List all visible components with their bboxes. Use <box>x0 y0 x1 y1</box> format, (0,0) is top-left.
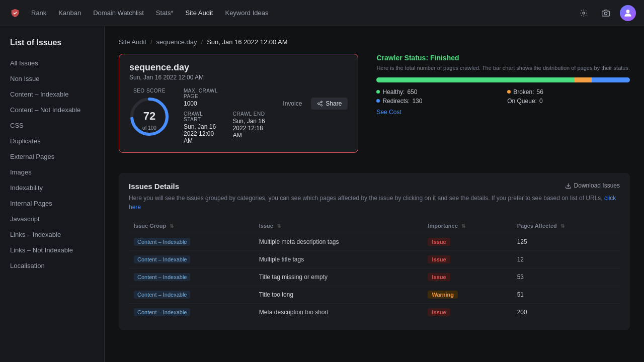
audit-details: MAX. CRAWL PAGE 1000 CRAWL START Sun, Ja… <box>184 88 268 144</box>
sidebar-item-content-indexable[interactable]: Content – Indexable <box>0 86 104 102</box>
nav-keyword-ideas[interactable]: Keyword Ideas <box>224 7 269 19</box>
settings-button[interactable] <box>576 5 592 21</box>
group-badge-0: Content – Indexable <box>134 238 190 246</box>
col-issue: Issue ⇅ <box>254 219 423 233</box>
issues-header: Issues Details Download Issues <box>129 182 620 191</box>
crawler-status-section: Crawler Status: Finished Here is the tot… <box>376 54 630 163</box>
importance-badge-0: Issue <box>428 238 450 246</box>
sidebar-item-images[interactable]: Images <box>0 164 104 180</box>
issues-section: Issues Details Download Issues Here you … <box>119 173 630 330</box>
download-label: Download Issues <box>574 182 620 189</box>
cell-group-1: Content – Indexable <box>129 251 254 268</box>
table-row[interactable]: Content – Indexable Meta description too… <box>129 304 620 321</box>
breadcrumb-site-audit[interactable]: Site Audit <box>119 38 146 46</box>
crawler-description: Here is the total number of pages crawle… <box>376 64 630 72</box>
stat-on-queue: On Queue: 0 <box>507 98 630 105</box>
cell-importance-3: Warning <box>423 286 512 304</box>
layout: List of Issues All Issues Non Issue Cont… <box>0 26 644 362</box>
download-issues-button[interactable]: Download Issues <box>565 182 620 189</box>
cell-issue-1: Multiple title tags <box>254 251 423 268</box>
sort-importance-icon[interactable]: ⇅ <box>461 223 465 229</box>
cell-pages-4: 200 <box>512 304 620 321</box>
group-badge-1: Content – Indexable <box>134 255 190 263</box>
breadcrumb-sep1: / <box>150 38 152 46</box>
sidebar-item-duplicates[interactable]: Duplicates <box>0 133 104 149</box>
table-row[interactable]: Content – Indexable Multiple meta descri… <box>129 233 620 251</box>
cell-group-2: Content – Indexable <box>129 268 254 286</box>
sort-issue-icon[interactable]: ⇅ <box>277 223 281 229</box>
score-ring: 72 of 100 <box>129 97 170 137</box>
cell-importance-4: Issue <box>423 304 512 321</box>
breadcrumb-domain[interactable]: sequence.day <box>156 38 197 46</box>
sidebar-item-non-issue[interactable]: Non Issue <box>0 71 104 86</box>
table-row[interactable]: Content – Indexable Title tag missing or… <box>129 268 620 286</box>
healthy-label: Healthy: <box>382 88 405 96</box>
svg-point-6 <box>318 103 319 104</box>
sidebar-item-indexability[interactable]: Indexability <box>0 180 104 196</box>
sidebar-item-links-indexable[interactable]: Links – Indexable <box>0 227 104 242</box>
sidebar-item-content-not-indexable[interactable]: Content – Not Indexable <box>0 102 104 118</box>
sidebar-item-css[interactable]: CSS <box>0 118 104 133</box>
sidebar-item-all-issues[interactable]: All Issues <box>0 55 104 71</box>
issues-description: Here you will see the issues grouped by … <box>129 194 620 212</box>
table-row[interactable]: Content – Indexable Multiple title tags … <box>129 251 620 268</box>
invoice-button[interactable]: Invoice <box>278 98 307 110</box>
crawler-status-value: Finished <box>430 54 459 62</box>
svg-point-7 <box>321 105 323 106</box>
topbar-right <box>576 5 636 21</box>
crawler-stats: Healthy: 650 Broken: 56 Redirects: 130 <box>376 88 630 105</box>
cell-pages-1: 12 <box>512 251 620 268</box>
importance-badge-1: Issue <box>428 255 450 263</box>
col-importance: Importance ⇅ <box>423 219 512 233</box>
sidebar-item-javascript[interactable]: Javascript <box>0 211 104 227</box>
breadcrumb-sep2: / <box>201 38 203 46</box>
redirects-label: Redirects: <box>382 98 410 105</box>
table-header: Issue Group ⇅ Issue ⇅ Importance ⇅ Pag <box>129 219 620 233</box>
sidebar-item-localisation[interactable]: Localisation <box>0 258 104 274</box>
crawl-end-value: Sun, Jan 16 2022 12:18 AM <box>233 118 268 139</box>
crawler-progress-bar <box>376 77 630 82</box>
sidebar-item-internal-pages[interactable]: Internal Pages <box>0 196 104 211</box>
camera-button[interactable] <box>598 5 614 21</box>
cell-importance-0: Issue <box>423 233 512 251</box>
cell-pages-2: 53 <box>512 268 620 286</box>
max-crawl-value: 1000 <box>184 100 219 107</box>
audit-date: Sun, Jan 16 2022 12:00 AM <box>129 74 268 81</box>
table-row[interactable]: Content – Indexable Title too long Warni… <box>129 286 620 304</box>
cell-issue-0: Multiple meta description tags <box>254 233 423 251</box>
nav-rank[interactable]: Rank <box>30 7 47 19</box>
score-of: of 100 <box>142 125 156 131</box>
crawler-title: Crawler Status: Finished <box>376 54 630 62</box>
sort-pages-icon[interactable]: ⇅ <box>560 223 565 229</box>
sidebar-item-external-pages[interactable]: External Pages <box>0 149 104 164</box>
sort-issue-group-icon[interactable]: ⇅ <box>170 223 174 229</box>
healthy-count: 650 <box>407 88 417 96</box>
sidebar-item-links-not-indexable[interactable]: Links – Not Indexable <box>0 242 104 258</box>
importance-badge-3: Warning <box>428 291 458 299</box>
cell-issue-2: Title tag missing or empty <box>254 268 423 286</box>
app-logo[interactable] <box>8 6 22 20</box>
max-crawl-label: MAX. CRAWL PAGE <box>184 88 219 99</box>
user-avatar[interactable] <box>620 5 636 21</box>
issues-title: Issues Details <box>129 182 179 191</box>
nav-stats[interactable]: Stats* <box>155 7 175 19</box>
main-nav: Rank Kanban Domain Watchlist Stats* Site… <box>30 7 269 19</box>
see-cost-link[interactable]: See Cost <box>376 109 401 116</box>
share-button[interactable]: Share <box>311 98 348 110</box>
share-label: Share <box>326 100 342 107</box>
audit-meta: SEO SCORE 72 of 100 <box>129 88 268 144</box>
score-ring-container: SEO SCORE 72 of 100 <box>129 88 170 137</box>
nav-site-audit[interactable]: Site Audit <box>185 7 214 19</box>
stat-redirects: Redirects: 130 <box>376 98 499 105</box>
cell-importance-1: Issue <box>423 251 512 268</box>
crawl-end-label: CRAWL END <box>233 111 268 117</box>
breadcrumb: Site Audit / sequence.day / Sun, Jan 16 … <box>119 38 630 46</box>
breadcrumb-current: Sun, Jan 16 2022 12:00 AM <box>207 38 287 46</box>
issues-tbody: Content – Indexable Multiple meta descri… <box>129 233 620 321</box>
nav-domain-watchlist[interactable]: Domain Watchlist <box>92 7 145 19</box>
nav-kanban[interactable]: Kanban <box>57 7 82 19</box>
audit-card: sequence.day Sun, Jan 16 2022 12:00 AM S… <box>119 54 358 153</box>
topbar: Rank Kanban Domain Watchlist Stats* Site… <box>0 0 644 26</box>
pb-healthy <box>376 77 574 82</box>
on-queue-label: On Queue: <box>507 98 537 105</box>
